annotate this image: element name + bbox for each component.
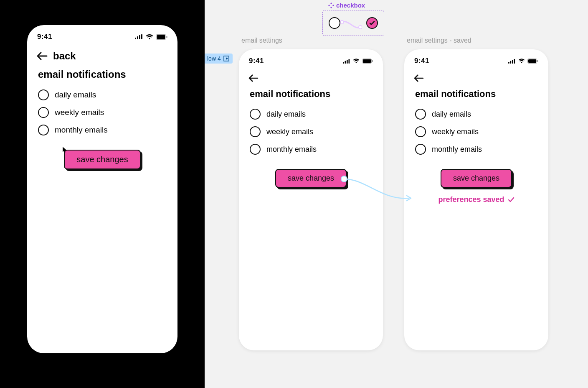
status-time: 9:41 — [37, 33, 52, 41]
status-bar: 9:41 — [404, 49, 548, 69]
flow-name: low 4 — [207, 55, 221, 62]
option-daily[interactable]: daily emails — [415, 105, 537, 123]
status-time: 9:41 — [414, 57, 429, 65]
svg-rect-13 — [349, 59, 350, 64]
checkbox-icon — [415, 144, 426, 155]
option-daily[interactable]: daily emails — [38, 86, 167, 104]
svg-rect-12 — [347, 59, 348, 63]
cellular-icon — [343, 59, 350, 64]
option-label: monthly emails — [55, 125, 108, 135]
back-button[interactable]: back — [404, 69, 548, 84]
option-label: weekly emails — [432, 128, 479, 136]
option-monthly[interactable]: monthly emails — [250, 140, 372, 158]
options-list: daily emails weekly emails monthly email… — [27, 84, 177, 141]
arrow-left-icon — [248, 74, 259, 82]
svg-rect-6 — [167, 36, 167, 38]
status-icons — [343, 59, 373, 64]
back-button[interactable]: back — [239, 69, 383, 84]
options-list: daily emails weekly emails monthly email… — [239, 103, 383, 161]
check-icon — [508, 197, 514, 203]
svg-rect-18 — [510, 61, 512, 63]
check-icon — [369, 20, 375, 26]
checkbox-icon — [38, 125, 49, 135]
option-weekly[interactable]: weekly emails — [38, 104, 167, 121]
arrow-left-icon — [36, 52, 48, 60]
phone-frame[interactable]: 9:41 back email notifications daily em — [239, 49, 383, 350]
save-button[interactable]: save changes — [441, 169, 512, 188]
wifi-icon — [146, 34, 153, 40]
svg-rect-20 — [514, 59, 515, 64]
frame-label[interactable]: email settings — [241, 37, 282, 44]
options-list: daily emails weekly emails monthly email… — [404, 103, 548, 161]
component-name: checkbox — [336, 2, 365, 9]
component-label[interactable]: checkbox — [328, 2, 365, 9]
option-label: monthly emails — [266, 145, 317, 154]
option-label: daily emails — [55, 90, 96, 100]
svg-rect-23 — [537, 60, 538, 62]
arrow-left-icon — [413, 74, 424, 82]
saved-text: preferences saved — [438, 195, 504, 204]
frame-label[interactable]: email settings - saved — [407, 37, 471, 44]
save-button[interactable]: save changes — [64, 150, 140, 169]
component-variant-set[interactable] — [322, 10, 384, 36]
svg-rect-1 — [137, 36, 138, 39]
saved-message: preferences saved — [404, 195, 548, 204]
status-icons — [508, 59, 538, 64]
svg-rect-19 — [512, 59, 513, 63]
play-icon — [223, 56, 230, 61]
design-canvas[interactable]: checkbox low 4 email settings — [205, 0, 588, 388]
battery-icon — [362, 59, 373, 64]
cellular-icon — [135, 34, 143, 39]
save-button[interactable]: save changes — [275, 169, 347, 188]
checkbox-icon — [38, 89, 49, 100]
checkbox-checked-variant[interactable] — [366, 17, 378, 29]
wifi-icon — [518, 59, 525, 64]
checkbox-icon — [250, 126, 261, 137]
svg-rect-16 — [372, 60, 373, 62]
option-monthly[interactable]: monthly emails — [38, 121, 167, 139]
wifi-icon — [353, 59, 360, 64]
option-weekly[interactable]: weekly emails — [250, 123, 372, 140]
checkbox-icon — [250, 144, 261, 155]
checkbox-icon — [250, 109, 261, 120]
phone-frame[interactable]: 9:41 back email notifications daily em — [404, 49, 548, 350]
battery-icon — [527, 59, 538, 64]
svg-point-7 — [340, 20, 344, 24]
checkbox-icon — [415, 109, 426, 120]
page-title: email notifications — [404, 84, 548, 103]
battery-icon — [156, 34, 167, 40]
option-monthly[interactable]: monthly emails — [415, 140, 537, 158]
option-label: weekly emails — [55, 108, 104, 117]
svg-rect-22 — [528, 59, 536, 63]
variant-connector-icon — [340, 20, 362, 30]
page-title: email notifications — [239, 84, 383, 103]
component-icon — [328, 3, 334, 8]
option-label: monthly emails — [432, 145, 482, 154]
cellular-icon — [508, 59, 516, 64]
flow-start-tag[interactable]: low 4 — [205, 54, 233, 64]
option-label: daily emails — [432, 110, 471, 119]
page-title: email notifications — [27, 64, 177, 84]
option-daily[interactable]: daily emails — [250, 105, 372, 123]
back-label: back — [53, 50, 76, 62]
preview-phone-frame: 9:41 back email notifications daily emai… — [27, 25, 177, 353]
checkbox-unchecked-variant[interactable] — [329, 17, 340, 29]
back-button[interactable]: back — [27, 44, 177, 64]
checkbox-icon — [415, 126, 426, 137]
checkbox-icon — [38, 107, 49, 118]
status-time: 9:41 — [249, 57, 264, 65]
status-bar: 9:41 — [27, 25, 177, 44]
svg-rect-11 — [345, 61, 346, 63]
option-weekly[interactable]: weekly emails — [415, 123, 537, 140]
svg-rect-0 — [135, 38, 136, 39]
svg-rect-15 — [363, 59, 371, 63]
cursor-icon — [62, 146, 67, 153]
prototype-preview-panel: 9:41 back email notifications daily emai… — [0, 0, 205, 388]
artboard-email-settings[interactable]: email settings 9:41 back emai — [239, 49, 383, 350]
svg-rect-17 — [508, 62, 509, 64]
option-label: weekly emails — [266, 128, 313, 136]
artboard-email-settings-saved[interactable]: email settings - saved 9:41 back — [404, 49, 548, 350]
svg-rect-5 — [157, 35, 165, 39]
svg-rect-3 — [141, 34, 142, 39]
status-icons — [135, 34, 167, 40]
